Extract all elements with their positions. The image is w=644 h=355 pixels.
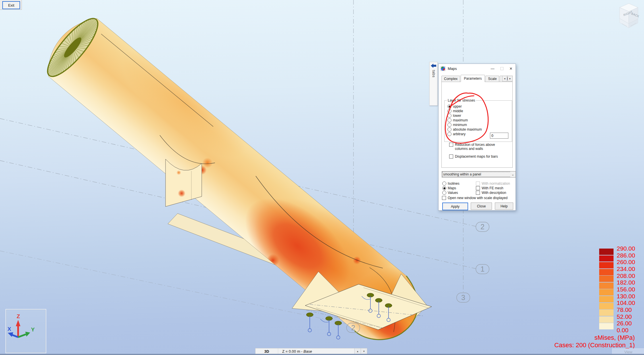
group-title: Layer for stresses xyxy=(447,98,476,102)
apply-button[interactable]: Apply xyxy=(442,203,468,210)
legend-swatch xyxy=(599,310,614,316)
application-window: 2 1 3 2 Z X Y xyxy=(0,0,644,355)
legend-swatch xyxy=(599,289,614,295)
legend-swatch xyxy=(599,296,614,302)
radio-minimum[interactable]: minimum xyxy=(447,123,512,127)
svg-text:1: 1 xyxy=(480,265,485,273)
level-down-icon[interactable]: ▼ xyxy=(361,348,367,354)
legend-value: 78.00 xyxy=(617,306,635,313)
view-mode-button[interactable]: 3D xyxy=(255,348,278,354)
radio-lower[interactable]: lower xyxy=(447,113,512,118)
close-icon[interactable]: ✕ xyxy=(506,64,516,72)
radio-maps[interactable]: Maps xyxy=(442,186,456,190)
checkbox-with-description[interactable]: With description xyxy=(476,190,506,195)
legend-swatch xyxy=(599,316,614,323)
legend-swatch xyxy=(599,249,614,255)
tab-parameters[interactable]: Parameters xyxy=(461,75,485,82)
minimize-icon[interactable]: — xyxy=(488,64,497,72)
svg-text:2: 2 xyxy=(480,223,485,231)
radio-maximum[interactable]: maximum xyxy=(447,118,512,123)
window-bottom-edge xyxy=(0,354,644,355)
tabs-collapse-strip[interactable]: tabs xyxy=(429,62,438,106)
legend-value: 104.00 xyxy=(617,299,635,306)
legend-value: 156.00 xyxy=(617,286,635,293)
level-up-icon[interactable]: ▲ xyxy=(354,348,361,354)
checkbox-reduction-of-forces[interactable]: Reduction of forces above columns and wa… xyxy=(449,143,507,151)
level-selector[interactable]: Z = 0.00 m - Base xyxy=(278,348,354,354)
grid-bubble-1: 1 xyxy=(476,264,489,274)
grid-bubble-3: 3 xyxy=(457,293,470,302)
smoothing-dropdown[interactable]: smoothing within a panel xyxy=(442,171,512,178)
legend-swatch xyxy=(599,303,614,309)
legend-value: 52.00 xyxy=(617,313,635,320)
axis-y-label: Y xyxy=(31,327,35,333)
collapse-arrow-icon xyxy=(431,64,436,68)
radio-upper[interactable]: upper xyxy=(447,104,512,109)
parameters-tab-page: Layer for stresses upper middle lower ma… xyxy=(441,82,513,168)
toolbar-corner: Exit xyxy=(0,0,22,10)
axis-x-label: X xyxy=(7,326,11,332)
maximize-icon[interactable] xyxy=(497,64,506,72)
dialog-title: Maps xyxy=(448,66,457,71)
legend-title: sMises, (MPa) xyxy=(594,334,635,341)
axis-triad-panel: Z X Y xyxy=(6,309,46,353)
tab-scale[interactable]: Scale xyxy=(485,76,499,82)
radio-isolines[interactable]: Isolines xyxy=(442,181,460,186)
axis-z-label: Z xyxy=(17,313,20,319)
chevron-down-icon[interactable]: ⌄ xyxy=(510,171,516,178)
radio-absolute-maximum[interactable]: absolute maximum xyxy=(447,127,512,132)
tab-complex[interactable]: Complex xyxy=(441,76,460,82)
legend-value: 26.00 xyxy=(617,320,635,327)
checkbox-displacement-maps[interactable]: Displacement maps for bars xyxy=(449,154,498,159)
radio-middle[interactable]: middle xyxy=(447,109,512,113)
legend-value: 234.00 xyxy=(617,266,635,272)
legend-value: 182.00 xyxy=(617,279,635,286)
help-button[interactable]: Help xyxy=(495,203,513,210)
legend-value: 130.00 xyxy=(617,293,635,300)
view-cube[interactable]: RIGHT BACK xyxy=(614,1,643,33)
legend-value: 260.00 xyxy=(617,259,635,266)
legend-value: 286.00 xyxy=(617,252,635,259)
legend-value: 0.00 xyxy=(617,327,635,334)
dialog-titlebar[interactable]: Maps — ✕ xyxy=(439,64,516,73)
svg-text:3: 3 xyxy=(461,293,465,301)
dialog-tab-strip: Complex Parameters Scale Deforma ◂ ▸ xyxy=(441,75,513,82)
grid-bubble-2: 2 xyxy=(476,222,489,232)
legend-value: 290.00 xyxy=(617,245,635,252)
radio-values[interactable]: Values xyxy=(442,190,458,195)
layer-for-stresses-group: Layer for stresses upper middle lower ma… xyxy=(444,100,512,142)
legend-value: 208.00 xyxy=(617,272,635,279)
tab-scroll-right-icon[interactable]: ▸ xyxy=(507,76,513,81)
checkbox-open-new-window[interactable]: Open new window with scale displayed xyxy=(442,196,507,200)
legend-swatch xyxy=(599,276,614,282)
close-button[interactable]: Close xyxy=(471,203,492,210)
legend-values: 290.00286.00260.00234.00208.00182.00156.… xyxy=(617,245,635,334)
legend-swatch xyxy=(599,269,614,275)
svg-text:2: 2 xyxy=(351,324,355,332)
checkbox-with-normalization: With normalization xyxy=(476,181,510,186)
viewport-3d-scene[interactable]: 2 1 3 2 Z X Y xyxy=(0,0,644,355)
tab-scroll-left-icon[interactable]: ◂ xyxy=(502,76,507,81)
maps-dialog: Maps — ✕ Complex Parameters Scale Deform… xyxy=(438,64,516,211)
legend-swatch xyxy=(599,262,614,268)
legend-color-scale xyxy=(599,249,614,330)
tabs-strip-label: tabs xyxy=(432,70,436,78)
arbitrary-layer-input[interactable] xyxy=(490,133,508,139)
legend-swatch xyxy=(599,255,614,262)
maps-dialog-icon xyxy=(441,66,445,71)
legend-case-label: Cases: 200 (Construction_1) xyxy=(554,341,635,349)
legend-swatch xyxy=(599,323,614,329)
legend-swatch xyxy=(599,283,614,289)
exit-button[interactable]: Exit xyxy=(2,1,20,9)
checkbox-with-fe-mesh[interactable]: With FE mesh xyxy=(476,186,503,190)
